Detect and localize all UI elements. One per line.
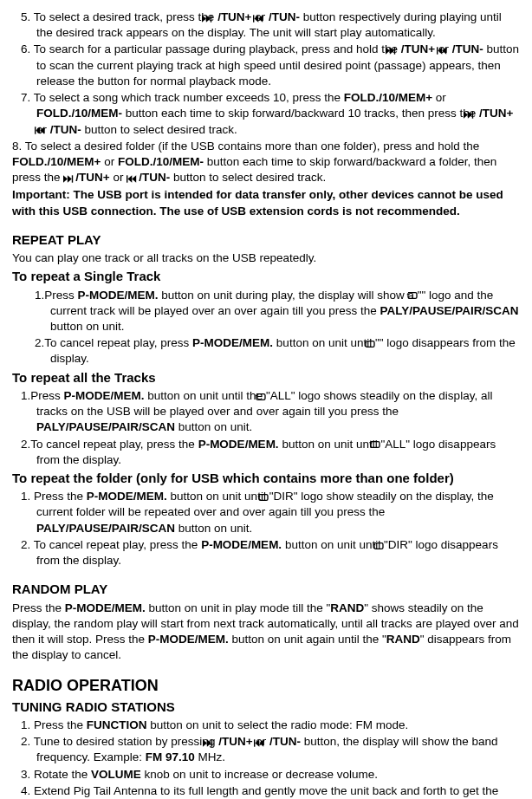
text: button on unit to select the radio mode:…: [147, 718, 409, 731]
paly-label: PALY/PAUSE/PAIR/SCAN: [36, 522, 175, 535]
fold-plus-label: FOLD./10/MEM+: [344, 91, 432, 104]
text: 5. To select a desired track, press the: [21, 10, 217, 23]
heading-random-play: RANDOM PLAY: [12, 581, 520, 598]
text: 2.To cancel repeat play, press: [35, 336, 192, 349]
radio-step3: 3. Rotate the VOLUME knob on unit to inc…: [12, 767, 520, 783]
tun-plus-label: /TUN+: [75, 171, 109, 184]
text: 1. Press the: [21, 718, 87, 731]
text: button to select desired track.: [85, 123, 237, 136]
text: button on unit during play, the display …: [159, 289, 422, 302]
fold-minus-label: FOLD./10/MEM-: [36, 107, 122, 120]
text: button on unit.: [50, 320, 125, 333]
text: 1.Press: [21, 389, 64, 402]
text: button on unit.: [175, 420, 252, 433]
text: 2. To cancel repeat play, press the: [21, 538, 201, 551]
list-item-8: 8. To select a desired folder (if the US…: [12, 139, 520, 186]
fast-rewind-icon: [127, 172, 139, 185]
repeat-folder-step2: 2. To cancel repeat play, press the P-MO…: [12, 537, 520, 568]
text: 3. Rotate the: [21, 768, 91, 781]
tun-minus-label: /TUN-: [269, 10, 300, 23]
radio-step2: 2. Tune to desired station by pressing /…: [12, 734, 520, 765]
repeat-single-step1: 1.Press P-MODE/MEM. button on unit durin…: [12, 288, 520, 335]
all-logo-text: ALL: [385, 438, 405, 451]
pmode-label: P-MODE/MEM.: [192, 336, 273, 349]
heading-repeat-play: REPEAT PLAY: [12, 231, 520, 249]
pmode-label: P-MODE/MEM.: [201, 538, 282, 551]
rand-label: RAND: [330, 601, 364, 614]
fm-freq-label: FM 97.10: [146, 750, 195, 763]
text: 6. To search for a particular passage du…: [21, 42, 401, 55]
text: knob on unit to increase or decrease vol…: [141, 768, 378, 781]
tun-plus-label: /TUN+: [401, 42, 435, 55]
text: button on unit.: [175, 522, 252, 535]
volume-label: VOLUME: [91, 768, 141, 781]
text: button on unit in play mode till the ": [146, 601, 330, 614]
text: or: [432, 91, 446, 104]
repeat-folder-step1: 1. Press the P-MODE/MEM. button on unit …: [12, 489, 520, 536]
tun-minus-label: /TUN-: [139, 171, 170, 184]
rand-label: RAND: [386, 633, 420, 646]
all-logo-text: ALL: [270, 389, 291, 402]
text: button to select desired track.: [173, 171, 326, 184]
text: Press the: [12, 601, 65, 614]
repeat-all-step2: 2.To cancel repeat play, press the P-MOD…: [12, 437, 520, 468]
pmode-label: P-MODE/MEM.: [198, 438, 279, 451]
text: button on unit again until the ": [229, 633, 386, 646]
radio-step1: 1. Press the FUNCTION button on unit to …: [12, 718, 520, 733]
heading-repeat-all: To repeat all the Tracks: [12, 369, 520, 387]
heading-tuning-stations: TUNING RADIO STATIONS: [12, 698, 520, 716]
heading-radio-operation: RADIO OPERATION: [12, 675, 520, 696]
pmode-label: P-MODE/MEM.: [148, 633, 229, 646]
pmode-label: P-MODE/MEM.: [87, 490, 167, 503]
dir-logo-text: DIR: [273, 490, 293, 503]
tun-plus-label: /TUN+: [217, 10, 251, 23]
repeat-single-step2: 2.To cancel repeat play, press P-MODE/ME…: [12, 335, 520, 367]
radio-step4: 4. Extend Pig Tail Antenna to its full l…: [12, 783, 520, 799]
random-text: Press the P-MODE/MEM. button on unit in …: [12, 601, 520, 664]
text: 2. Tune to desired station by pressing: [21, 735, 218, 748]
tun-minus-label: /TUN-: [452, 42, 483, 55]
text: or: [113, 171, 127, 184]
fold-plus-label: FOLD./10/MEM+: [12, 155, 101, 168]
tun-plus-label: /TUN+: [218, 735, 252, 748]
tun-plus-label: /TUN+: [479, 107, 513, 120]
tun-minus-label: /TUN-: [50, 123, 81, 136]
repeat-intro: You can play one track or all tracks on …: [12, 250, 520, 266]
list-item-7: 7. To select a song which track number e…: [12, 90, 520, 138]
fold-minus-label: FOLD./10/MEM-: [118, 155, 204, 168]
tun-minus-label: /TUN-: [269, 735, 301, 748]
text: 2.To cancel repeat play, press the: [21, 438, 198, 451]
list-item-5: 5. To select a desired track, press the …: [12, 10, 520, 41]
text: 1.Press: [35, 289, 78, 302]
heading-repeat-single: To repeat a Single Track: [12, 268, 520, 285]
important-note: Important: The USB port is intended for …: [12, 187, 520, 218]
text: MHz.: [195, 750, 225, 763]
pmode-label: P-MODE/MEM.: [65, 601, 146, 614]
fast-forward-icon: [63, 172, 75, 185]
heading-repeat-folder: To repeat the folder (only for USB which…: [12, 470, 520, 487]
text: button each time to skip forward/backwar…: [122, 107, 479, 120]
function-label: FUNCTION: [87, 718, 147, 731]
list-item-6: 6. To search for a particular passage du…: [12, 42, 520, 89]
text: button on unit until the ": [145, 389, 270, 402]
paly-label: PALY/PAUSE/PAIR/SCAN: [36, 420, 175, 433]
text: 1. Press the: [21, 490, 87, 503]
text: 8. To select a desired folder (if the US…: [12, 140, 479, 153]
dir-logo-text: DIR: [388, 538, 408, 551]
pmode-label: P-MODE/MEM.: [64, 389, 145, 402]
repeat-all-step1: 1.Press P-MODE/MEM. button on unit until…: [12, 388, 520, 436]
text: 7. To select a song which track number e…: [21, 91, 344, 104]
text: or: [101, 155, 118, 168]
pmode-label: P-MODE/MEM.: [78, 289, 159, 302]
paly-label: PALY/PAUSE/PAIR/SCAN: [380, 304, 518, 317]
